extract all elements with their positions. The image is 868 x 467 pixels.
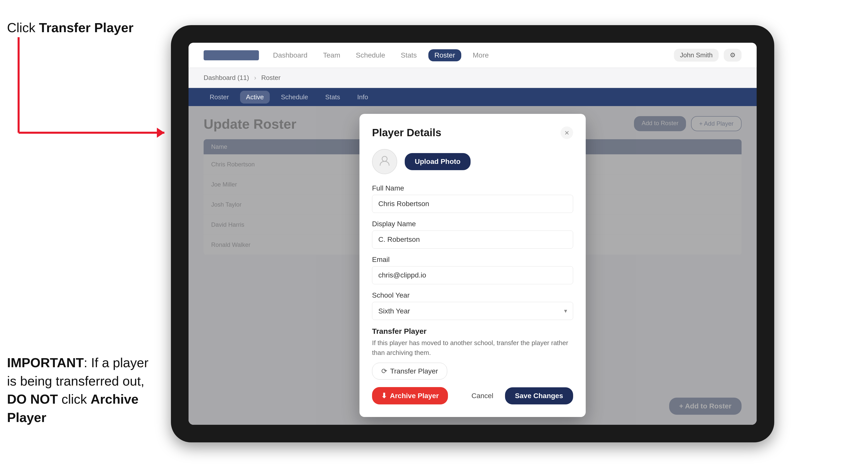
player-details-modal: Player Details × (360, 114, 586, 417)
svg-marker-2 (157, 128, 164, 138)
school-year-group: School Year First Year Second Year Third… (372, 291, 573, 320)
sub-header: Dashboard (11) › Roster (189, 68, 757, 88)
email-group: Email (372, 256, 573, 284)
tab-active[interactable]: Active (240, 91, 270, 103)
modal-header: Player Details × (372, 126, 573, 139)
instruction-top: Click Transfer Player (7, 20, 133, 35)
app-header: Dashboard Team Schedule Stats Roster Mor… (189, 43, 757, 68)
annotation-arrow (8, 37, 175, 143)
person-icon (379, 154, 391, 169)
avatar-placeholder (372, 149, 397, 174)
tab-stats[interactable]: Stats (319, 91, 346, 103)
settings-button[interactable]: ⚙ (724, 49, 742, 62)
cancel-button[interactable]: Cancel (462, 387, 502, 404)
transfer-description: If this player has moved to another scho… (372, 338, 573, 358)
photo-section: Upload Photo (372, 149, 573, 174)
school-year-select-wrapper: First Year Second Year Third Year Fourth… (372, 302, 573, 320)
transfer-section-title: Transfer Player (372, 327, 573, 336)
breadcrumb-roster[interactable]: Roster (261, 74, 281, 82)
full-name-input[interactable] (372, 195, 573, 213)
school-year-select[interactable]: First Year Second Year Third Year Fourth… (372, 302, 573, 320)
full-name-group: Full Name (372, 184, 573, 213)
ipad-device: Dashboard Team Schedule Stats Roster Mor… (171, 25, 774, 442)
header-right: John Smith ⚙ (674, 49, 742, 62)
instruction-bold: Transfer Player (39, 20, 133, 35)
archive-player-label: Archive Player (390, 392, 439, 400)
nav-item-schedule[interactable]: Schedule (352, 49, 389, 61)
tab-info[interactable]: Info (351, 91, 374, 103)
tab-schedule[interactable]: Schedule (275, 91, 314, 103)
do-not-label: DO NOT (7, 392, 58, 406)
nav-item-stats[interactable]: Stats (397, 49, 421, 61)
tab-bar: Roster Active Schedule Stats Info (189, 88, 757, 106)
app-logo (204, 50, 259, 60)
display-name-group: Display Name (372, 220, 573, 249)
email-input[interactable] (372, 266, 573, 284)
modal-title: Player Details (372, 127, 441, 139)
email-label: Email (372, 256, 573, 264)
display-name-label: Display Name (372, 220, 573, 228)
modal-overlay: Player Details × (189, 106, 757, 425)
instruction-bottom: IMPORTANT: If a player is being transfer… (7, 354, 158, 427)
display-name-input[interactable] (372, 230, 573, 249)
svg-point-3 (382, 156, 387, 161)
footer-right: Cancel Save Changes (462, 387, 573, 404)
main-content: Update Roster Name School Year Status Ch… (189, 106, 757, 425)
ipad-screen: Dashboard Team Schedule Stats Roster Mor… (189, 43, 757, 425)
instruction-text-2: click (58, 392, 91, 406)
modal-footer: ⬇ Archive Player Cancel Save Changes (372, 387, 573, 404)
nav-item-dashboard[interactable]: Dashboard (269, 49, 311, 61)
transfer-section: Transfer Player If this player has moved… (372, 327, 573, 379)
archive-player-button[interactable]: ⬇ Archive Player (372, 387, 448, 404)
modal-close-button[interactable]: × (561, 126, 573, 139)
instruction-prefix: Click (7, 20, 39, 35)
breadcrumb-separator: › (254, 74, 256, 82)
nav-item-team[interactable]: Team (319, 49, 344, 61)
full-name-label: Full Name (372, 184, 573, 192)
important-label: IMPORTANT (7, 355, 84, 370)
transfer-player-label: Transfer Player (390, 367, 438, 375)
archive-icon: ⬇ (381, 392, 387, 400)
nav-item-roster[interactable]: Roster (428, 49, 461, 61)
upload-photo-button[interactable]: Upload Photo (405, 153, 471, 170)
nav-item-more[interactable]: More (469, 49, 493, 61)
transfer-icon: ⟳ (381, 367, 387, 375)
tab-roster[interactable]: Roster (204, 91, 235, 103)
breadcrumb-dashboard[interactable]: Dashboard (11) (204, 74, 249, 82)
transfer-player-button[interactable]: ⟳ Transfer Player (372, 363, 447, 379)
profile-button[interactable]: John Smith (674, 49, 719, 62)
school-year-label: School Year (372, 291, 573, 299)
save-changes-button[interactable]: Save Changes (505, 387, 573, 404)
nav-items: Dashboard Team Schedule Stats Roster Mor… (269, 49, 664, 61)
